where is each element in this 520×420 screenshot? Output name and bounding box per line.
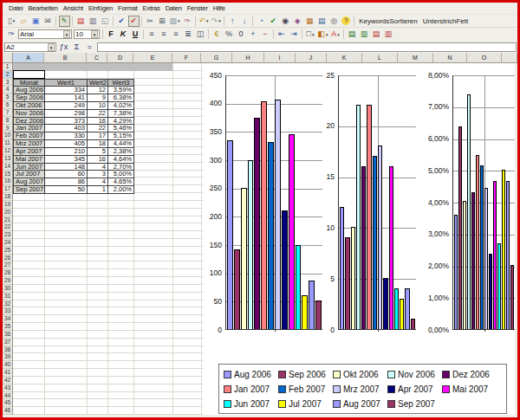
table-cell[interactable]: 16 (88, 156, 108, 164)
menu-item-fenster[interactable]: Fenster (185, 4, 211, 12)
table-header-cell[interactable]: Wert1 (45, 80, 88, 87)
spellcheck-button[interactable]: ✔ (116, 16, 127, 27)
table-cell[interactable]: 6,38% (108, 94, 134, 102)
name-box[interactable]: A2 ▾ (4, 42, 56, 52)
table-cell[interactable]: 141 (45, 94, 88, 102)
keywords-sortieren-button[interactable]: KeywordsSortieren (356, 17, 420, 25)
row-header-35[interactable]: 35 (3, 323, 12, 331)
row-header-44[interactable]: 44 (3, 392, 12, 400)
row-header-37[interactable]: 37 (3, 339, 12, 346)
row-header-22[interactable]: 22 (3, 223, 12, 231)
edit-file-button[interactable]: ✎ (59, 16, 70, 27)
table-cell[interactable]: Okt 2006 (14, 102, 45, 110)
sort-descending-button[interactable]: ↓ (239, 16, 250, 27)
row-header-2[interactable]: 2 (3, 71, 12, 79)
paste-dropdown-arrow[interactable]: ▾ (178, 18, 180, 23)
table-cell[interactable]: 17 (88, 132, 108, 140)
table-cell[interactable]: Sep 2007 (14, 186, 45, 194)
column-header-k[interactable]: K (327, 53, 362, 62)
table-cell[interactable]: 403 (45, 125, 88, 132)
borders-dropdown-arrow[interactable]: ▾ (312, 32, 315, 37)
table-cell[interactable]: Apr 2007 (14, 148, 45, 156)
table-cell[interactable]: 2,38% (108, 148, 134, 156)
column-header-a[interactable]: A (13, 53, 44, 62)
column-header-l[interactable]: L (362, 53, 398, 62)
format-paintbrush-button[interactable]: ✑ (182, 16, 193, 27)
table-cell[interactable]: 3 (88, 171, 108, 178)
column-header-d[interactable]: D (107, 53, 133, 62)
print-button[interactable]: ▥ (88, 16, 99, 27)
menu-item-hilfe[interactable]: Hilfe (211, 4, 228, 12)
table-cell[interactable]: 5 (88, 148, 108, 156)
find-replace-button[interactable]: ◉ (280, 16, 291, 27)
table-cell[interactable]: Nov 2006 (14, 110, 45, 118)
align-justified-button[interactable]: ≣ (183, 29, 194, 40)
undo-dropdown-arrow[interactable]: ▾ (206, 18, 209, 23)
table-cell[interactable]: 16 (88, 118, 108, 126)
table-cell[interactable]: 4,65% (108, 178, 134, 186)
row-header-8[interactable]: 8 (3, 117, 12, 125)
font-name-combo-arrow[interactable]: ▾ (63, 30, 70, 38)
table-cell[interactable]: 1 (88, 186, 108, 194)
auto-spellcheck-button[interactable]: ✔ (128, 16, 140, 27)
row-header-32[interactable]: 32 (3, 300, 12, 308)
underline-button[interactable]: U (130, 29, 141, 40)
row-header-18[interactable]: 18 (3, 193, 12, 201)
table-cell[interactable]: Sep 2006 (14, 94, 45, 102)
font-color-dropdown-arrow[interactable]: ▾ (337, 32, 340, 37)
italic-button[interactable]: K (118, 29, 129, 40)
table-cell[interactable]: 4,02% (108, 102, 134, 110)
document-as-email-button[interactable]: ✉ (42, 16, 54, 27)
row-header-29[interactable]: 29 (3, 277, 12, 285)
table-cell[interactable]: 249 (45, 102, 88, 110)
row-header-39[interactable]: 39 (3, 353, 12, 361)
export-as-pdf-button[interactable]: ▤ (75, 16, 87, 27)
row-header-40[interactable]: 40 (3, 361, 12, 369)
row-header-20[interactable]: 20 (3, 209, 12, 216)
column-header-e[interactable]: E (133, 53, 172, 62)
table-cell[interactable]: Jun 2007 (14, 164, 45, 171)
font-size-combo[interactable]: 10▾ (74, 29, 100, 39)
add-decimal-place-button[interactable]: + (248, 29, 259, 40)
table-cell[interactable]: 330 (45, 132, 88, 140)
formula-input[interactable] (97, 42, 517, 52)
delete-rows-button[interactable]: ▤ (371, 29, 382, 40)
table-cell[interactable]: 4,44% (108, 140, 134, 148)
selected-cell-a2[interactable] (13, 70, 45, 79)
function-wizard-button[interactable]: ƒx (58, 42, 69, 51)
menu-item-daten[interactable]: Daten (163, 4, 185, 12)
cut-button[interactable]: ✂ (145, 16, 156, 27)
decrease-indent-button[interactable]: ⇤ (276, 29, 288, 40)
row-header-26[interactable]: 26 (3, 255, 12, 262)
undo-button[interactable]: ↶▾ (198, 16, 210, 27)
row-header-13[interactable]: 13 (3, 155, 12, 163)
menu-item-ansicht[interactable]: Ansicht (61, 4, 86, 12)
new-document-dropdown-arrow[interactable]: ▾ (13, 18, 16, 23)
column-header-c[interactable]: C (87, 53, 107, 62)
row-header-6[interactable]: 6 (3, 101, 12, 109)
row-header-34[interactable]: 34 (3, 315, 12, 323)
table-cell[interactable]: Aug 2006 (14, 87, 45, 94)
menu-item-bearbeiten[interactable]: Bearbeiten (26, 4, 61, 12)
background-color-button[interactable]: ◧▾ (317, 29, 329, 40)
menu-item-einf-gen[interactable]: Einfügen (86, 4, 115, 12)
insert-chart-button[interactable]: ◔ (256, 16, 267, 27)
table-cell[interactable]: Mai 2007 (14, 156, 45, 164)
table-cell[interactable]: 4 (88, 178, 108, 186)
align-center-button[interactable]: ≡ (159, 29, 170, 40)
row-header-45[interactable]: 45 (3, 399, 12, 407)
table-cell[interactable]: 298 (45, 110, 88, 118)
column-header-m[interactable]: M (398, 53, 433, 62)
row-header-25[interactable]: 25 (3, 247, 12, 255)
gallery-button[interactable]: ▦ (304, 16, 315, 27)
column-header-blank[interactable] (502, 53, 517, 62)
page-preview-button[interactable]: ◱ (100, 16, 111, 27)
redo-button[interactable]: ↷▾ (211, 16, 222, 27)
row-header-11[interactable]: 11 (3, 139, 12, 147)
open-button[interactable]: ▱ (18, 16, 29, 27)
row-header-9[interactable]: 9 (3, 125, 12, 132)
row-header-4[interactable]: 4 (3, 86, 12, 94)
table-cell[interactable]: 3,59% (108, 87, 134, 94)
table-cell[interactable]: 4,64% (108, 156, 134, 164)
row-header-15[interactable]: 15 (3, 171, 12, 178)
